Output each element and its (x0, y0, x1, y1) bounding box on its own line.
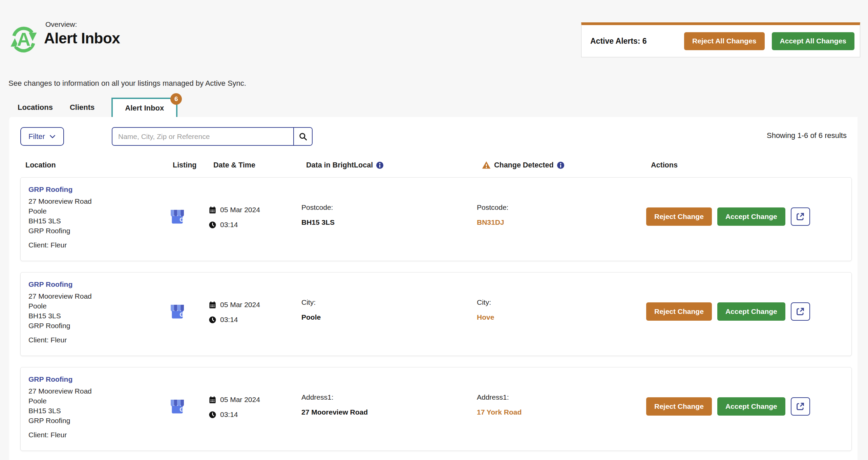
svg-text:A: A (17, 29, 30, 50)
client-label: Client: Fleur (28, 335, 168, 345)
field-label: Address1: (301, 393, 477, 401)
location-cell: GRP Roofing 27 Mooreview Road Poole BH15… (28, 273, 168, 356)
address-line: GRP Roofing (28, 226, 168, 236)
tab-alert-inbox-label: Alert Inbox (125, 104, 164, 113)
address-line: Poole (28, 396, 168, 406)
external-link-icon (796, 402, 805, 411)
table-row: GRP Roofing 27 Mooreview Road Poole BH15… (20, 177, 852, 261)
open-listing-button[interactable] (791, 397, 810, 416)
address-line: 27 Mooreview Road (28, 196, 168, 206)
current-value: 27 Mooreview Road (301, 408, 477, 416)
tab-bar: Locations Clients Alert Inbox 6 (18, 98, 177, 117)
info-icon[interactable] (376, 161, 384, 169)
changed-value: Hove (477, 313, 646, 321)
svg-text:G: G (179, 217, 184, 223)
alert-date: 05 Mar 2024 (220, 301, 260, 309)
column-header-actions: Actions (651, 161, 835, 169)
external-link-icon (796, 212, 805, 221)
tab-locations[interactable]: Locations (18, 103, 53, 112)
column-header-listing: Listing (173, 161, 213, 169)
data-in-brightlocal-cell: City: Poole (301, 273, 477, 356)
overline: Overview: (45, 20, 77, 28)
warning-icon (482, 160, 491, 170)
reject-all-changes-button[interactable]: Reject All Changes (684, 32, 764, 50)
address-line: 27 Mooreview Road (28, 386, 168, 396)
open-listing-button[interactable] (791, 302, 810, 321)
location-name-link[interactable]: GRP Roofing (28, 279, 72, 289)
alert-inbox-page: A Overview: Alert Inbox Active Alerts: 6… (0, 0, 868, 460)
info-icon[interactable] (557, 161, 565, 169)
accept-all-changes-button[interactable]: Accept All Changes (772, 32, 854, 50)
address-line: GRP Roofing (28, 321, 168, 331)
listing-cell: G (168, 178, 209, 261)
address-line: 27 Mooreview Road (28, 291, 168, 301)
column-header-data-in-brightlocal: Data in BrightLocal (306, 161, 482, 169)
address-line: Poole (28, 206, 168, 216)
table-row: GRP Roofing 27 Mooreview Road Poole BH15… (20, 272, 852, 356)
actions-cell: Reject Change Accept Change (646, 178, 851, 261)
search-icon (298, 132, 308, 141)
current-value: BH15 3LS (301, 218, 477, 226)
field-label: Postcode: (477, 203, 646, 212)
open-listing-button[interactable] (791, 207, 810, 226)
reject-change-button[interactable]: Reject Change (646, 302, 712, 321)
active-sync-logo-icon: A (9, 24, 39, 54)
calendar-icon (209, 206, 216, 214)
clock-icon (209, 316, 216, 324)
svg-text:G: G (179, 312, 184, 318)
accept-change-button[interactable]: Accept Change (717, 302, 785, 321)
column-header-datetime: Date & Time (213, 161, 306, 169)
field-label: City: (477, 298, 646, 306)
alert-rows: GRP Roofing 27 Mooreview Road Poole BH15… (20, 177, 852, 460)
external-link-icon (796, 307, 805, 316)
reject-change-button[interactable]: Reject Change (646, 397, 712, 416)
alert-count-badge: 6 (170, 93, 182, 105)
tab-clients[interactable]: Clients (70, 103, 94, 112)
search-input[interactable] (112, 128, 293, 145)
client-label: Client: Fleur (28, 240, 168, 250)
alert-time: 03:14 (220, 411, 238, 419)
google-business-profile-icon: G (168, 302, 187, 321)
table-row: GRP Roofing 27 Mooreview Road Poole BH15… (20, 367, 852, 451)
changed-value: 17 York Road (477, 408, 646, 416)
calendar-icon (209, 396, 216, 404)
calendar-icon (209, 301, 216, 309)
accept-change-button[interactable]: Accept Change (717, 397, 785, 416)
alert-time: 03:14 (220, 316, 238, 324)
chevron-down-icon (49, 133, 56, 140)
location-name-link[interactable]: GRP Roofing (28, 184, 72, 194)
change-detected-cell: Address1: 17 York Road (477, 367, 646, 451)
field-label: Address1: (477, 393, 646, 401)
datetime-cell: 05 Mar 2024 03:14 (209, 273, 301, 356)
current-value: Poole (301, 313, 477, 321)
alert-inbox-panel: Filter Showing 1-6 of 6 results Location (9, 117, 858, 460)
change-detected-cell: Postcode: BN31DJ (477, 178, 646, 261)
address-line: BH15 3LS (28, 216, 168, 226)
field-label: Postcode: (301, 203, 477, 212)
google-business-profile-icon: G (168, 397, 187, 416)
search-button[interactable] (293, 128, 312, 145)
address-line: GRP Roofing (28, 416, 168, 425)
location-cell: GRP Roofing 27 Mooreview Road Poole BH15… (28, 367, 168, 451)
data-in-brightlocal-cell: Address1: 27 Mooreview Road (301, 367, 477, 451)
location-name-link[interactable]: GRP Roofing (28, 374, 72, 384)
tab-alert-inbox[interactable]: Alert Inbox 6 (111, 98, 177, 117)
google-business-profile-icon: G (168, 207, 187, 226)
actions-cell: Reject Change Accept Change (646, 273, 851, 356)
filter-button-label: Filter (28, 132, 45, 141)
reject-change-button[interactable]: Reject Change (646, 207, 712, 226)
address-line: BH15 3LS (28, 311, 168, 321)
data-in-brightlocal-cell: Postcode: BH15 3LS (301, 178, 477, 261)
datetime-cell: 05 Mar 2024 03:14 (209, 367, 301, 451)
listing-cell: G (168, 367, 209, 451)
active-alerts-panel: Active Alerts: 6 Reject All Changes Acce… (581, 22, 860, 57)
client-label: Client: Fleur (28, 430, 168, 440)
accept-change-button[interactable]: Accept Change (717, 207, 785, 226)
search-group (112, 127, 313, 146)
filter-button[interactable]: Filter (20, 127, 64, 146)
location-cell: GRP Roofing 27 Mooreview Road Poole BH15… (28, 178, 168, 261)
alert-date: 05 Mar 2024 (220, 206, 260, 214)
results-count: Showing 1-6 of 6 results (767, 131, 847, 140)
page-title: Alert Inbox (44, 30, 120, 47)
change-detected-cell: City: Hove (477, 273, 646, 356)
